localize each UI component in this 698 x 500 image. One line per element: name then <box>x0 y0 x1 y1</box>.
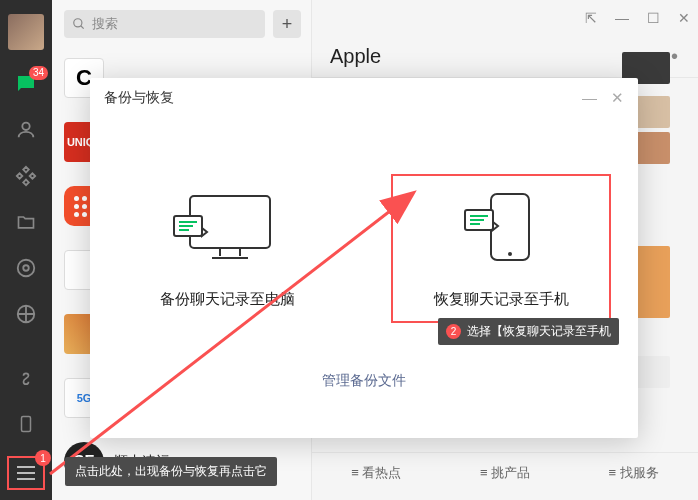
dialog-minimize-icon[interactable]: — <box>582 89 597 107</box>
collect-icon[interactable] <box>14 164 38 188</box>
tab-products[interactable]: ≡ 挑产品 <box>480 464 530 482</box>
backup-label: 备份聊天记录至电脑 <box>160 290 295 309</box>
step-2-badge: 2 <box>446 324 461 339</box>
article-tabs: ≡ 看热点 ≡ 挑产品 ≡ 找服务 <box>312 452 698 492</box>
pin-icon[interactable]: ⇱ <box>585 10 597 26</box>
svg-point-0 <box>18 260 35 277</box>
contacts-icon[interactable] <box>14 118 38 142</box>
step-2-tooltip: 2 选择【恢复聊天记录至手机 <box>438 318 619 345</box>
search-placeholder: 搜索 <box>92 15 118 33</box>
files-icon[interactable] <box>14 210 38 234</box>
chat-title: Apple <box>330 45 381 68</box>
svg-point-4 <box>74 19 82 27</box>
tab-hot[interactable]: ≡ 看热点 <box>351 464 401 482</box>
chats-icon[interactable]: 34 <box>14 72 38 96</box>
monitor-icon <box>172 188 282 268</box>
step-1-tooltip: 点击此处，出现备份与恢复再点击它 <box>65 457 277 486</box>
maximize-icon[interactable]: ☐ <box>647 10 660 26</box>
restore-label: 恢复聊天记录至手机 <box>434 290 569 309</box>
add-button[interactable]: + <box>273 10 301 38</box>
moments-icon[interactable] <box>14 256 38 280</box>
app-sidebar: 34 1 <box>0 0 52 500</box>
manage-backups-link[interactable]: 管理备份文件 <box>322 372 406 388</box>
restore-to-phone-option[interactable]: 恢复聊天记录至手机 <box>391 174 611 323</box>
miniprogram-icon[interactable] <box>14 368 38 392</box>
dialog-close-icon[interactable]: ✕ <box>611 89 624 107</box>
backup-restore-dialog: 备份与恢复 — ✕ 备份聊天记录至电脑 恢复聊天记录至 <box>90 78 638 438</box>
close-icon[interactable]: ✕ <box>678 10 690 26</box>
menu-button[interactable]: 1 <box>7 456 45 490</box>
search-input[interactable]: 搜索 <box>64 10 265 38</box>
backup-to-pc-option[interactable]: 备份聊天记录至电脑 <box>117 188 337 309</box>
svg-point-1 <box>23 265 29 271</box>
svg-rect-3 <box>22 417 31 432</box>
tab-services[interactable]: ≡ 找服务 <box>609 464 659 482</box>
unread-badge: 34 <box>29 66 48 80</box>
dialog-title: 备份与恢复 <box>104 89 174 107</box>
phone-icon[interactable] <box>14 412 38 436</box>
window-controls: ⇱ — ☐ ✕ <box>312 0 698 36</box>
step-1-badge: 1 <box>35 450 51 466</box>
minimize-icon[interactable]: — <box>615 10 629 26</box>
user-avatar[interactable] <box>8 14 44 50</box>
svg-point-8 <box>508 252 512 256</box>
phone-restore-icon <box>461 188 541 268</box>
discover-icon[interactable] <box>14 302 38 326</box>
